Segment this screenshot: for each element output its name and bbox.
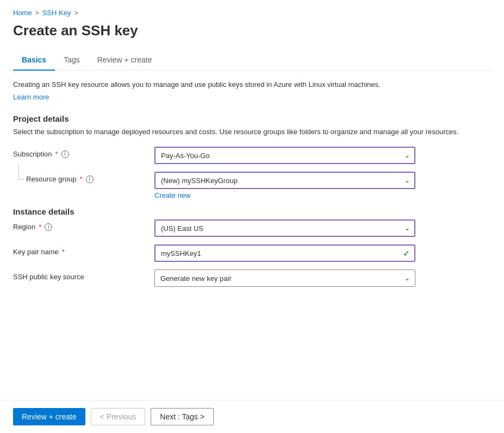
resource-group-select-wrapper: (New) mySSHKeyGroup ⌄ [154, 172, 415, 189]
subscription-label-col: Subscription * i [13, 147, 154, 158]
resource-group-label: Resource group [26, 175, 77, 183]
ssh-public-key-source-row: SSH public key source Generate new key p… [13, 269, 491, 287]
tab-basics[interactable]: Basics [13, 50, 55, 71]
breadcrumb-sep-1: > [35, 9, 39, 17]
key-pair-name-label: Key pair name [13, 248, 59, 256]
project-details-description: Select the subscription to manage deploy… [13, 127, 491, 137]
resource-group-control: (New) mySSHKeyGroup ⌄ Create new [154, 172, 415, 199]
subscription-select[interactable]: Pay-As-You-Go [154, 147, 415, 164]
instance-details-section: Instance details Region * i (US) East US… [13, 207, 491, 287]
create-new-link[interactable]: Create new [154, 191, 190, 199]
breadcrumb: Home > SSH Key > [13, 9, 491, 17]
region-required: * [39, 223, 41, 231]
previous-button[interactable]: < Previous [91, 408, 146, 425]
region-label-col: Region * i [13, 219, 154, 231]
project-details-title: Project details [13, 114, 491, 123]
key-pair-name-control: ✓ [154, 244, 415, 262]
tab-review-create[interactable]: Review + create [89, 50, 161, 71]
resource-group-label-col: Resource group * i [13, 172, 154, 183]
learn-more-link[interactable]: Learn more [13, 93, 49, 101]
subscription-row: Subscription * i Pay-As-You-Go ⌄ [13, 147, 491, 164]
footer: Review + create < Previous Next : Tags > [0, 400, 504, 433]
resource-group-row: Resource group * i (New) mySSHKeyGroup ⌄… [13, 172, 491, 199]
subscription-info-icon[interactable]: i [61, 150, 69, 158]
ssh-public-key-source-label-col: SSH public key source [13, 269, 154, 281]
key-pair-name-required: * [62, 248, 65, 256]
ssh-public-key-source-select[interactable]: Generate new key pair [154, 269, 415, 287]
ssh-public-key-source-control: Generate new key pair ⌄ [154, 269, 415, 287]
ssh-public-key-source-select-wrapper: Generate new key pair ⌄ [154, 269, 415, 287]
tab-bar: Basics Tags Review + create [13, 50, 491, 71]
region-select-wrapper: (US) East US ⌄ [154, 219, 415, 237]
region-control: (US) East US ⌄ [154, 219, 415, 237]
project-details-section: Project details Select the subscription … [13, 114, 491, 200]
region-select[interactable]: (US) East US [154, 219, 415, 237]
ssh-public-key-source-label: SSH public key source [13, 273, 84, 281]
subscription-required: * [55, 150, 58, 158]
resource-group-info-icon[interactable]: i [86, 175, 94, 183]
breadcrumb-home[interactable]: Home [13, 9, 32, 17]
resource-group-required: * [80, 175, 83, 183]
key-pair-name-input-wrapper: ✓ [154, 244, 415, 262]
subscription-select-wrapper: Pay-As-You-Go ⌄ [154, 147, 415, 164]
region-row: Region * i (US) East US ⌄ [13, 219, 491, 237]
tab-tags[interactable]: Tags [55, 50, 89, 71]
resource-group-select[interactable]: (New) mySSHKeyGroup [154, 172, 415, 189]
key-pair-name-label-col: Key pair name * [13, 244, 154, 256]
page-description: Creating an SSH key resource allows you … [13, 79, 491, 90]
next-button[interactable]: Next : Tags > [151, 408, 214, 425]
region-label: Region [13, 223, 35, 231]
breadcrumb-ssh-key[interactable]: SSH Key [42, 9, 71, 17]
review-create-button[interactable]: Review + create [13, 408, 85, 425]
region-info-icon[interactable]: i [45, 223, 52, 231]
key-pair-name-input[interactable] [154, 244, 415, 262]
breadcrumb-sep-2: > [74, 9, 78, 17]
key-pair-name-row: Key pair name * ✓ [13, 244, 491, 262]
key-pair-name-valid-icon: ✓ [403, 248, 410, 259]
page-title: Create an SSH key [13, 22, 491, 39]
subscription-label: Subscription [13, 150, 52, 158]
instance-details-title: Instance details [13, 207, 491, 216]
subscription-control: Pay-As-You-Go ⌄ [154, 147, 415, 164]
